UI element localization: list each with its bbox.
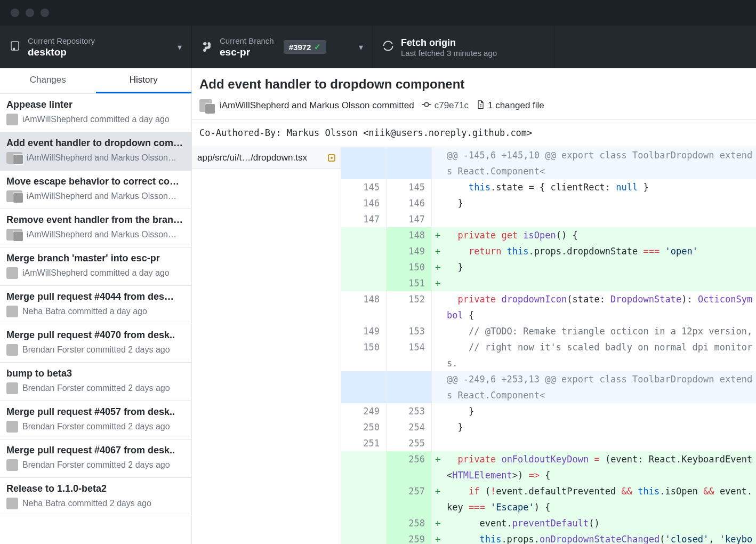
diff-code: }	[444, 195, 756, 211]
diff-icon	[476, 100, 485, 112]
diff-line[interactable]: 259+ this.props.onDropdownStateChanged('…	[341, 531, 756, 544]
line-number-old	[341, 483, 387, 515]
line-number-old: 149	[341, 323, 387, 339]
line-number-old: 148	[341, 291, 387, 323]
line-number-old	[341, 227, 387, 243]
line-number-old: 147	[341, 211, 387, 227]
commit-row[interactable]: Merge pull request #4070 from desk..Bren…	[0, 324, 191, 363]
sidebar-tabs: Changes History	[0, 68, 191, 94]
line-number-old	[341, 515, 387, 531]
diff-line[interactable]: 148152 private dropdownIcon(state: Dropd…	[341, 291, 756, 323]
diff-marker: +	[432, 451, 444, 483]
commit-row[interactable]: Move escape behavior to correct co…iAmWi…	[0, 171, 191, 209]
branch-dropdown[interactable]: Current Branch esc-pr #3972 ✓ ▾	[192, 26, 373, 68]
line-number-old	[341, 531, 387, 544]
diff-line[interactable]: 150154 // right now it's scaled badly on…	[341, 339, 756, 371]
commit-header: Add event handler to dropdown component …	[192, 68, 756, 120]
file-path: app/src/ui/t…/dropdown.tsx	[197, 153, 307, 163]
diff-marker	[432, 403, 444, 419]
diff-marker	[432, 435, 444, 451]
diff-line[interactable]: @@ -249,6 +253,13 @@ export class Toolba…	[341, 371, 756, 403]
diff-code: @@ -145,6 +145,10 @@ export class Toolba…	[444, 147, 756, 179]
diff-line[interactable]: 257+ if (!event.defaultPrevented && this…	[341, 483, 756, 515]
diff-line[interactable]: 145145 this.state = { clientRect: null }	[341, 179, 756, 195]
commit-row[interactable]: Add event handler to dropdown com…iAmWil…	[0, 132, 191, 171]
sidebar: Changes History Appease linteriAmWillShe…	[0, 68, 192, 544]
window-titlebar	[0, 0, 756, 26]
commit-row-title: Merge pull request #4057 from desk..	[6, 406, 185, 418]
commit-row[interactable]: Remove event handler from the bran…iAmWi…	[0, 209, 191, 247]
file-row[interactable]: app/src/ui/t…/dropdown.tsx	[192, 147, 341, 169]
diff-line[interactable]: 256+ private onFoldoutKeyDown = (event: …	[341, 451, 756, 483]
diff-line[interactable]: 150+ }	[341, 259, 756, 275]
pr-status-badge[interactable]: #3972 ✓	[284, 40, 327, 54]
diff-code: this.props.onDropdownStateChanged('close…	[444, 531, 756, 544]
diff-line[interactable]: @@ -145,6 +145,10 @@ export class Toolba…	[341, 147, 756, 179]
commit-row-title: Merge pull request #4070 from desk..	[6, 330, 185, 341]
avatar-icon	[6, 190, 22, 202]
diff-view[interactable]: @@ -145,6 +145,10 @@ export class Toolba…	[341, 147, 756, 544]
commit-row[interactable]: Merge pull request #4067 from desk..Bren…	[0, 439, 191, 478]
diff-line[interactable]: 251255	[341, 435, 756, 451]
commit-row-meta: Neha Batra committed 2 days ago	[6, 498, 185, 509]
line-number-old	[341, 147, 387, 179]
diff-line[interactable]: 249253 }	[341, 403, 756, 419]
commit-row[interactable]: Merge branch 'master' into esc-priAmWill…	[0, 247, 191, 286]
line-number-new	[387, 371, 432, 403]
diff-code: private onFoldoutKeyDown = (event: React…	[444, 451, 756, 483]
line-number-old: 145	[341, 179, 387, 195]
tab-history[interactable]: History	[96, 68, 192, 93]
commit-row-title: Release to 1.1.0-beta2	[6, 483, 185, 494]
diff-marker	[432, 323, 444, 339]
diff-line[interactable]: 250254 }	[341, 419, 756, 435]
line-number-old: 150	[341, 339, 387, 371]
diff-line[interactable]: 147147	[341, 211, 756, 227]
commit-row-meta-text: iAmWillShepherd and Markus Olsson…	[27, 191, 176, 201]
diff-line[interactable]: 149153 // @TODO: Remake triangle octicon…	[341, 323, 756, 339]
line-number-old	[341, 371, 387, 403]
diff-code: }	[444, 403, 756, 419]
diff-line[interactable]: 149+ return this.props.dropdownState ===…	[341, 243, 756, 259]
commit-row[interactable]: Release to 1.1.0-beta2Neha Batra committ…	[0, 478, 191, 516]
commit-row-title: Merge pull request #4044 from des…	[6, 291, 185, 302]
diff-marker: +	[432, 515, 444, 531]
commit-row-meta: Brendan Forster committed 2 days ago	[6, 421, 185, 433]
avatar-icon	[6, 306, 18, 317]
repo-dropdown[interactable]: Current Repository desktop ▾	[0, 26, 192, 68]
main-toolbar: Current Repository desktop ▾ Current Bra…	[0, 26, 756, 68]
commit-row[interactable]: Appease linteriAmWillShepherd committed …	[0, 94, 191, 132]
history-list[interactable]: Appease linteriAmWillShepherd committed …	[0, 94, 191, 544]
commit-row-meta: iAmWillShepherd committed a day ago	[6, 267, 185, 279]
commit-row-title: Remove event handler from the bran…	[6, 214, 185, 226]
diff-line[interactable]: 258+ event.preventDefault()	[341, 515, 756, 531]
commit-row[interactable]: Merge pull request #4057 from desk..Bren…	[0, 401, 191, 439]
diff-code	[444, 435, 756, 451]
line-number-new: 257	[387, 483, 432, 515]
commit-row-meta: Brendan Forster committed 2 days ago	[6, 382, 185, 394]
traffic-close-icon[interactable]	[11, 9, 19, 17]
commit-row-meta-text: Neha Batra committed a day ago	[22, 307, 147, 316]
line-number-new: 146	[387, 195, 432, 211]
line-number-new: 254	[387, 419, 432, 435]
fetch-button[interactable]: Fetch origin Last fetched 3 minutes ago	[373, 26, 554, 68]
line-number-old	[341, 451, 387, 483]
tab-changes[interactable]: Changes	[0, 68, 96, 93]
commit-row[interactable]: bump to beta3Brendan Forster committed 2…	[0, 363, 191, 401]
diff-line[interactable]: 148+ private get isOpen() {	[341, 227, 756, 243]
traffic-max-icon[interactable]	[41, 9, 49, 17]
diff-line[interactable]: 146146 }	[341, 195, 756, 211]
changed-files-list: app/src/ui/t…/dropdown.tsx	[192, 147, 341, 544]
commit-row-meta: iAmWillShepherd and Markus Olsson…	[6, 190, 185, 202]
commit-row-meta: iAmWillShepherd and Markus Olsson…	[6, 152, 185, 164]
avatar-icon	[6, 114, 18, 125]
commit-sha-wrap[interactable]: c79e71c	[422, 100, 469, 111]
avatar-icon	[6, 382, 18, 394]
git-commit-icon	[422, 100, 431, 111]
diff-line[interactable]: 151+	[341, 275, 756, 291]
commit-row[interactable]: Merge pull request #4044 from des…Neha B…	[0, 286, 191, 324]
commit-row-meta: iAmWillShepherd committed a day ago	[6, 114, 185, 125]
files-changed-wrap[interactable]: 1 changed file	[476, 100, 544, 112]
traffic-min-icon[interactable]	[26, 9, 34, 17]
diff-code: }	[444, 419, 756, 435]
diff-marker	[432, 179, 444, 195]
